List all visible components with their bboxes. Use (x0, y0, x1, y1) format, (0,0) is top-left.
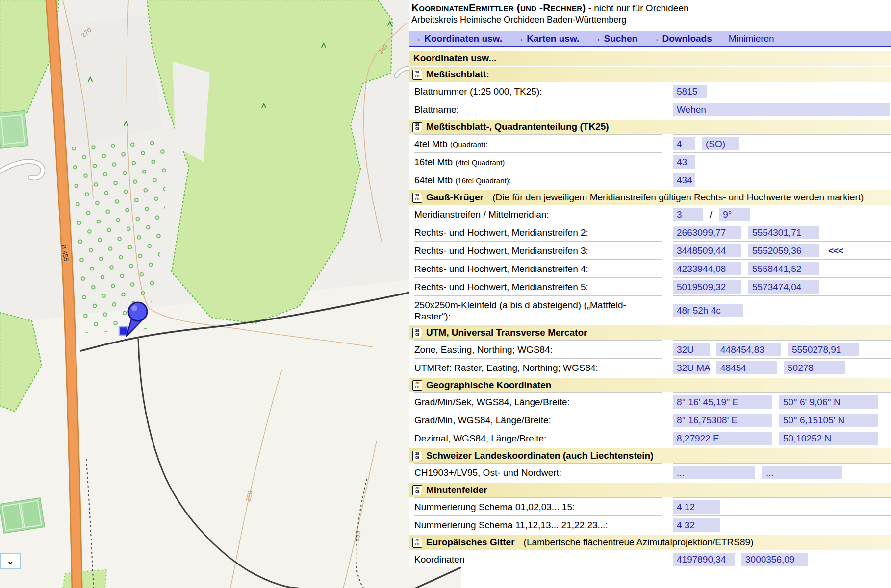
mittelmeridian-input[interactable]: 9° (719, 208, 750, 221)
hochwert-2-input[interactable]: 5554301,71 (748, 226, 819, 239)
field-label: Blattnummer (1:25 000, TK25): (414, 82, 662, 100)
section-utm: UTM, Universal Transverse Mercator (409, 325, 891, 340)
field-label: Blattname: (414, 100, 662, 118)
blattnummer-input[interactable]: 5815 (673, 85, 707, 98)
laenge-gms-input[interactable]: 8° 16' 45,19'' E (673, 395, 772, 409)
section-label: Meßtischblatt-, Quadrantenteilung (TK25) (426, 122, 609, 132)
rechtswert-5-input[interactable]: 5019509,32 (673, 280, 741, 294)
main-nav: → Koordinaten usw. → Karten usw. → Suche… (409, 31, 891, 47)
tennis-courts (0, 498, 45, 533)
field-label: UTMRef: Raster, Easting, Northing; WGS84… (414, 358, 662, 376)
charmap-icon (412, 193, 422, 203)
ch-nordwert-input[interactable]: ... (762, 466, 842, 479)
row-rechtshochwert-3: Rechts- und Hochwert, Meridianstreifen 3… (409, 241, 891, 259)
rechtswert-2-input[interactable]: 2663099,77 (673, 226, 741, 239)
field-label: 4tel Mtb (414, 139, 448, 149)
quadrant-input[interactable]: 4 (673, 137, 695, 150)
app-title: KoordinatenErmittler (und -Rechner) (411, 2, 586, 13)
charmap-icon (412, 122, 422, 132)
hochwert-5-input[interactable]: 5573474,04 (748, 280, 819, 294)
pitch-top-left (0, 110, 28, 148)
row-dezimal: Dezimal, WGS84, Länge/Breite: 8,27922 E … (409, 429, 891, 447)
field-label: Rechts- und Hochwert, Meridianstreifen 2… (414, 223, 662, 241)
mtb64-input[interactable]: 434 (673, 173, 695, 187)
section-label: UTM, Universal Transverse Mercator (426, 327, 587, 338)
blattname-input[interactable]: Wehen (673, 103, 890, 116)
row-blattname: Blattname: Wehen (409, 100, 891, 118)
section-gauss-krueger: Gauß-Krüger (Die für den jeweiligem Meri… (409, 190, 891, 205)
field-label: Rechts- und Hochwert, Meridianstreifen 3… (414, 241, 662, 259)
field-label: Rechts- und Hochwert, Meridianstreifen 5… (414, 277, 662, 295)
utmref-raster-input[interactable]: 32U MA (673, 361, 710, 374)
field-label-small: (16tel Quadrant): (455, 176, 510, 185)
field-label-small: (4tel Quadrant) (455, 158, 505, 167)
row-meridianstreifen: Meridianstreifen / Mittelmeridian: 3 / 9… (409, 205, 891, 223)
charmap-icon (412, 538, 422, 548)
utm-zone-input[interactable]: 32U (673, 343, 710, 356)
charmap-icon (412, 70, 422, 80)
charmap-icon (412, 451, 422, 461)
ch-ostwert-input[interactable]: ... (673, 466, 755, 479)
utmref-easting-input[interactable]: 48454 (716, 361, 777, 374)
row-rechtshochwert-4: Rechts- und Hochwert, Meridianstreifen 4… (409, 259, 891, 277)
utm-easting-input[interactable]: 448454,83 (716, 343, 781, 356)
section-quadrantenteilung: Meßtischblatt-, Quadrantenteilung (TK25) (409, 120, 891, 134)
row-eu-koordinaten: Koordinaten 4197890,34 3000356,09 (409, 550, 891, 567)
row-schema-01: Nummerierung Schema 01,02,03... 15: 4 12 (409, 497, 891, 515)
schema11-input[interactable]: 4 32 (673, 518, 720, 532)
section-messtischblatt: Meßtischblatt: (409, 67, 891, 82)
section-geographisch: Geographische Koordinaten (409, 378, 891, 392)
laenge-gm-input[interactable]: 8° 16,75308' E (673, 414, 772, 427)
field-label: Dezimal, WGS84, Länge/Breite: (414, 429, 662, 447)
nav-koordinaten[interactable]: → Koordinaten usw. (412, 33, 502, 44)
forest-clearing (173, 61, 210, 162)
row-grad-min-sek: Grad/Min/Sek, WGS84, Länge/Breite: 8° 16… (409, 392, 891, 411)
map-collapse-select[interactable]: ⌄ (0, 553, 21, 569)
hochwert-4-input[interactable]: 5558441,52 (748, 262, 819, 275)
active-strip-marker: <<< (828, 245, 843, 256)
eu-x-input[interactable]: 4197890,34 (673, 553, 735, 566)
field-label: Meridianstreifen / Mittelmeridian: (414, 205, 662, 223)
row-grad-min: Grad/Min, WGS84, Länge/Breite: 8° 16,753… (409, 411, 891, 429)
laenge-dezimal-input[interactable]: 8,27922 E (673, 432, 772, 445)
mtb16-input[interactable]: 43 (673, 155, 695, 169)
field-label: Grad/Min/Sek, WGS84, Länge/Breite: (414, 392, 662, 411)
field-label-small: (Quadrant): (450, 140, 488, 148)
coordinates-panel: KoordinatenErmittler (und -Rechner) - ni… (409, 0, 891, 567)
nav-karten[interactable]: → Karten usw. (515, 33, 579, 44)
section-label: Schweizer Landeskoordinaten (auch Liecht… (426, 450, 654, 461)
section-schweiz: Schweizer Landeskoordinaten (auch Liecht… (409, 448, 891, 463)
schema01-input[interactable]: 4 12 (673, 500, 720, 514)
field-label: Nummerierung Schema 01,02,03... 15: (414, 497, 662, 515)
row-64tel-mtb: 64tel Mtb (16tel Quadrant): 434 (409, 171, 891, 189)
field-label: 250x250m-Kleinfeld (a bis d absteigend) … (414, 295, 662, 324)
nav-suchen[interactable]: → Suchen (592, 33, 637, 44)
nav-downloads[interactable]: → Downloads (650, 33, 712, 44)
breite-gm-input[interactable]: 50° 6,15105' N (779, 414, 878, 427)
kleinfeld-input[interactable]: 48r 52h 4c (673, 304, 743, 317)
field-label: 64tel Mtb (414, 175, 453, 185)
row-utm-zone: Zone, Easting, Northing; WGS84: 32U 4484… (409, 340, 891, 358)
row-4tel-mtb: 4tel Mtb (Quadrant): 4 (SO) (409, 134, 891, 152)
hochwert-3-input[interactable]: 5552059,36 (748, 244, 819, 257)
breite-gms-input[interactable]: 50° 6' 9,06'' N (779, 395, 878, 409)
field-label: Zone, Easting, Northing; WGS84: (414, 340, 662, 358)
breite-dezimal-input[interactable]: 50,10252 N (779, 432, 878, 445)
eu-y-input[interactable]: 3000356,09 (741, 553, 808, 566)
meridianstreifen-input[interactable]: 3 (673, 208, 703, 221)
rechtswert-4-input[interactable]: 4233944,08 (673, 262, 741, 275)
section-label: Gauß-Krüger (426, 192, 484, 203)
section-label: Meßtischblatt: (426, 69, 489, 80)
utmref-northing-input[interactable]: 50278 (784, 361, 845, 374)
row-blattnummer: Blattnummer (1:25 000, TK25): 5815 (409, 82, 891, 100)
quadrant-dir-input[interactable]: (SO) (702, 137, 739, 150)
section-note: (Die für den jeweiligem Meridianstreifen… (492, 192, 864, 203)
utm-northing-input[interactable]: 5550278,91 (788, 343, 859, 356)
field-label: 16tel Mtb (414, 157, 453, 167)
rechtswert-3-input[interactable]: 3448509,44 (673, 244, 741, 257)
map-canvas[interactable]: 270 240 260 250 B 455 (0, 0, 461, 588)
section-label: Minutenfelder (426, 485, 487, 495)
field-label: CH1903+/LV95, Ost- und Nordwert: (414, 463, 662, 481)
nav-minimieren[interactable]: Minimieren (729, 33, 774, 44)
row-ch1903: CH1903+/LV95, Ost- und Nordwert: ... ... (409, 463, 891, 481)
